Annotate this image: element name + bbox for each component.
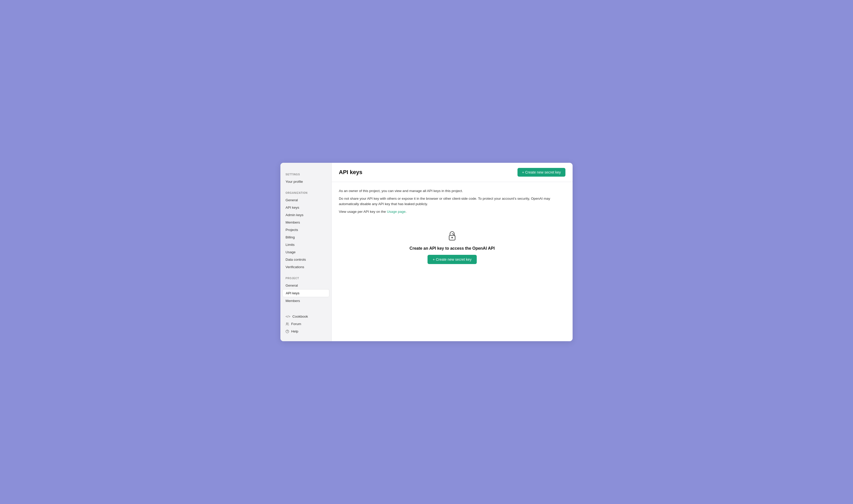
sidebar-item-your-profile[interactable]: Your profile	[280, 178, 331, 185]
create-secret-key-button-header[interactable]: + Create new secret key	[518, 168, 565, 177]
sidebar-item-limits[interactable]: Limits	[280, 241, 331, 248]
empty-state-title: Create an API key to access the OpenAI A…	[410, 246, 495, 251]
sidebar-divider-1	[280, 185, 331, 187]
limits-label: Limits	[286, 243, 294, 247]
app-container: SETTINGS Your profile ORGANIZATION Gener…	[280, 163, 573, 341]
billing-label: Billing	[286, 235, 295, 239]
description-2: Do not share your API key with others or…	[339, 196, 565, 207]
organization-section-label: ORGANIZATION	[280, 187, 331, 196]
sidebar-item-data-controls[interactable]: Data controls	[280, 256, 331, 263]
code-icon: </>	[286, 314, 290, 319]
sidebar-item-help[interactable]: Help	[280, 328, 331, 335]
admin-keys-label: Admin keys	[286, 213, 304, 217]
svg-point-4	[452, 237, 452, 238]
sidebar-item-usage[interactable]: Usage	[280, 248, 331, 256]
project-section-label: PROJECT	[280, 273, 331, 282]
sidebar-item-forum[interactable]: Forum	[280, 320, 331, 328]
settings-section-label: SETTINGS	[280, 169, 331, 178]
sidebar-item-members-project[interactable]: Members	[280, 297, 331, 305]
your-profile-label: Your profile	[286, 180, 303, 183]
description-3-prefix: View usage per API key on the	[339, 210, 387, 214]
description-3: View usage per API key on the Usage page…	[339, 209, 565, 215]
svg-point-0	[286, 323, 288, 324]
sidebar-item-members-org[interactable]: Members	[280, 219, 331, 226]
general-org-label: General	[286, 198, 298, 202]
main-content: API keys + Create new secret key As an o…	[332, 163, 573, 341]
question-icon	[286, 330, 289, 333]
description-3-suffix: .	[405, 210, 406, 214]
api-keys-org-label: API keys	[286, 205, 299, 210]
forum-label: Forum	[291, 322, 301, 326]
sidebar-item-api-keys-project[interactable]: API keys	[283, 289, 329, 297]
usage-label: Usage	[286, 250, 295, 254]
sidebar-item-general-project[interactable]: General	[280, 282, 331, 289]
sidebar-divider-3	[280, 305, 331, 313]
sidebar-item-general-org[interactable]: General	[280, 196, 331, 204]
page-title: API keys	[339, 169, 362, 176]
main-header: API keys + Create new secret key	[332, 163, 573, 182]
verifications-label: Verifications	[286, 265, 304, 269]
usage-page-link[interactable]: Usage page	[387, 210, 405, 214]
api-keys-project-label: API keys	[286, 291, 300, 295]
members-org-label: Members	[286, 220, 300, 224]
description-1: As an owner of this project, you can vie…	[339, 188, 565, 194]
sidebar-item-cookbook[interactable]: </> Cookbook	[280, 313, 331, 320]
sidebar: SETTINGS Your profile ORGANIZATION Gener…	[280, 163, 332, 341]
sidebar-item-projects[interactable]: Projects	[280, 226, 331, 234]
projects-label: Projects	[286, 228, 298, 232]
sidebar-item-admin-keys[interactable]: Admin keys	[280, 211, 331, 219]
main-body: As an owner of this project, you can vie…	[332, 182, 573, 341]
data-controls-label: Data controls	[286, 258, 306, 262]
general-project-label: General	[286, 284, 298, 287]
sidebar-item-billing[interactable]: Billing	[280, 234, 331, 241]
create-secret-key-button-empty[interactable]: + Create new secret key	[428, 255, 476, 264]
sidebar-item-verifications[interactable]: Verifications	[280, 263, 331, 271]
people-icon	[286, 322, 289, 326]
cookbook-label: Cookbook	[292, 314, 308, 319]
sidebar-item-api-keys-org[interactable]: API keys	[280, 204, 331, 211]
sidebar-divider-2	[280, 271, 331, 273]
empty-state: Create an API key to access the OpenAI A…	[339, 214, 565, 274]
members-project-label: Members	[286, 299, 300, 303]
help-label: Help	[291, 329, 298, 333]
api-key-icon	[446, 230, 458, 242]
